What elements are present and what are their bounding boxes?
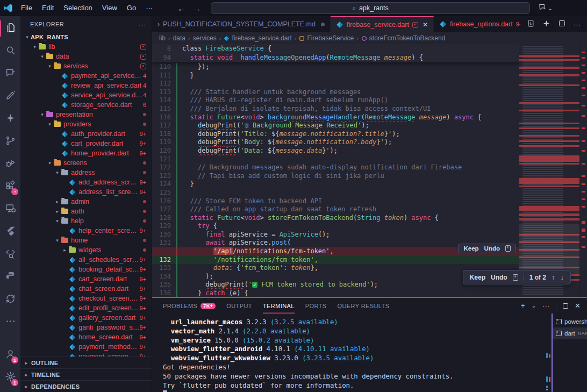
line-number[interactable]: 119: [152, 138, 176, 147]
tree-item[interactable]: address_list_screen.dart9+: [20, 187, 152, 197]
tree-item[interactable]: ▾home: [20, 236, 152, 245]
back-button[interactable]: ←: [177, 4, 185, 13]
tree-chevron-icon[interactable]: ▾: [46, 63, 53, 69]
code-line[interactable]: 128 static Future<void> storeFcmTokenToB…: [152, 214, 519, 223]
activity-remote-explorer[interactable]: [0, 198, 20, 220]
close-panel-icon[interactable]: ✕: [575, 302, 581, 310]
breadcrumb-item[interactable]: storeFcmTokenToBackend: [361, 34, 445, 42]
tree-item[interactable]: ▸auth: [20, 206, 152, 216]
tree-item[interactable]: auth_provider.dart9+: [20, 129, 152, 139]
tab-close-icon[interactable]: ✕: [423, 21, 428, 28]
line-number[interactable]: 135: [152, 281, 176, 289]
line-number[interactable]: 124: [152, 180, 176, 189]
line-number[interactable]: 130: [152, 231, 176, 239]
panel-more-icon[interactable]: ···: [542, 302, 549, 310]
activity-run-debug[interactable]: [0, 153, 20, 175]
line-number[interactable]: 129: [152, 222, 176, 231]
line-number[interactable]: 134: [152, 273, 176, 281]
line-number[interactable]: 127: [152, 205, 176, 214]
new-terminal-button[interactable]: +: [521, 302, 525, 310]
code-line[interactable]: 114 /// HARUS di-register di main.dart s…: [152, 96, 519, 105]
tree-item[interactable]: home_screen.dart9+: [20, 332, 152, 342]
tree-item[interactable]: ▾presentation: [20, 110, 152, 119]
activity-search[interactable]: [0, 40, 20, 62]
code-line[interactable]: 110 });: [152, 63, 519, 72]
line-number[interactable]: 123: [152, 172, 176, 181]
breadcrumb-item[interactable]: data: [173, 34, 185, 42]
tree-item[interactable]: ▾providers: [20, 119, 152, 129]
activity-more[interactable]: [0, 311, 20, 333]
menu-file[interactable]: File: [16, 2, 37, 14]
editor-more-icon[interactable]: ···: [574, 20, 581, 28]
menu-view[interactable]: View: [97, 2, 122, 14]
menu-edit[interactable]: Edit: [37, 2, 59, 14]
code-line[interactable]: 112: [152, 80, 519, 88]
tree-chevron-icon[interactable]: ▾: [54, 238, 61, 243]
maximize-panel-icon[interactable]: [563, 303, 568, 309]
tree-item[interactable]: ▾help: [20, 216, 152, 226]
activity-copilot[interactable]: [0, 108, 20, 130]
code-line[interactable]: 113 /// Static handler untuk background …: [152, 88, 519, 97]
panel-tab-query-results[interactable]: QUERY RESULTS: [337, 298, 389, 313]
line-number[interactable]: [152, 247, 176, 256]
tree-item[interactable]: payment_screen.dart9+: [20, 352, 152, 357]
tree-chevron-icon[interactable]: ▾: [54, 218, 61, 224]
activity-python[interactable]: [0, 266, 20, 288]
tree-item[interactable]: ▸widgets: [20, 245, 152, 255]
section-timeline[interactable]: ▸TIMELINE: [20, 368, 152, 380]
tree-item[interactable]: ▾screens: [20, 158, 152, 168]
panel-tab-ports[interactable]: PORTS: [305, 298, 327, 313]
tree-item[interactable]: cart_provider.dart9+: [20, 139, 152, 148]
line-number[interactable]: 8: [152, 44, 176, 53]
breadcrumb-item[interactable]: lib: [159, 34, 166, 42]
tree-item[interactable]: cart_screen.dart9+: [20, 274, 152, 284]
terminal-instance-powershell[interactable]: powershell...: [553, 316, 587, 327]
breadcrumb-item[interactable]: FirebaseService: [299, 34, 354, 42]
undo-button[interactable]: Undo: [491, 274, 507, 281]
line-number[interactable]: 114: [152, 96, 176, 105]
activity-source-control[interactable]: [0, 130, 20, 153]
tree-item[interactable]: add_address_screen.dart9+: [20, 177, 152, 187]
tree-chevron-icon[interactable]: ▾: [31, 44, 38, 49]
line-number[interactable]: 136: [152, 289, 176, 297]
code-line[interactable]: 130 final apiService = ApiService();: [152, 231, 519, 239]
activity-extensions[interactable]: ◔: [0, 175, 20, 198]
tree-chevron-icon[interactable]: ▾: [46, 122, 53, 127]
forward-button[interactable]: →: [193, 4, 201, 13]
activity-settings[interactable]: 1: [0, 366, 20, 389]
stage-file-icon[interactable]: [505, 245, 511, 252]
code-line[interactable]: 115 /// Berjalan di isolate terpisah, ti…: [152, 105, 519, 113]
tree-item[interactable]: review_api_service.dart4: [20, 81, 152, 90]
code-line[interactable]: 120 debugPrint('Data: ${message.data}');: [152, 147, 519, 155]
tree-chevron-icon[interactable]: ▾: [46, 160, 53, 166]
copilot-chat-icon[interactable]: [538, 3, 547, 14]
panel-tab-terminal[interactable]: TERMINAL: [263, 298, 295, 313]
tree-item[interactable]: checkout_screen.dart9+: [20, 294, 152, 303]
line-number[interactable]: 126: [152, 197, 176, 206]
tree-chevron-icon[interactable]: ▸: [54, 209, 61, 214]
line-number[interactable]: 116: [152, 113, 176, 122]
tree-item[interactable]: ▾lib: [20, 42, 152, 52]
activity-sync[interactable]: [0, 288, 20, 311]
tree-chevron-icon[interactable]: ▾: [54, 170, 61, 175]
sticky-line[interactable]: 8class FirebaseService {: [152, 44, 519, 53]
terminal-instance-dart[interactable]: dartRANTS: [553, 327, 587, 339]
tree-item[interactable]: all_schedules_screen.dart9+: [20, 255, 152, 265]
code-line[interactable]: 125: [152, 189, 519, 197]
activity-account[interactable]: 1: [0, 344, 20, 366]
tree-chevron-icon[interactable]: ▾: [39, 112, 46, 117]
breadcrumb-item[interactable]: services: [193, 34, 217, 42]
terminal-output[interactable]: url_launcher_macos 3.2.3 (3.2.5 availabl…: [152, 313, 546, 392]
line-number[interactable]: 120: [152, 147, 176, 155]
copilot-edits-icon[interactable]: [542, 19, 550, 29]
panel-tab-problems[interactable]: PROBLEMS7K+: [163, 298, 216, 313]
menu-moremoremore[interactable]: ···: [141, 2, 158, 14]
code-line[interactable]: 136 } catch (e) {: [152, 289, 519, 297]
terminal-scrollbar[interactable]: [546, 313, 552, 392]
line-number[interactable]: 111: [152, 72, 176, 80]
minimap-viewport[interactable]: [519, 224, 579, 274]
code-line[interactable]: 121: [152, 155, 519, 164]
section-outline[interactable]: ▸OUTLINE: [20, 357, 152, 368]
tree-item[interactable]: ▾services: [20, 61, 152, 71]
next-change-button[interactable]: ↓: [561, 273, 564, 281]
